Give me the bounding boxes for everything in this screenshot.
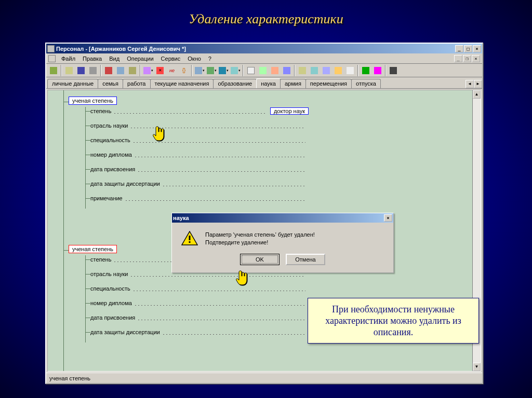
field-label: номер диплома [90, 152, 132, 158]
tool-doc1-icon[interactable] [245, 65, 257, 76]
tool-tree-icon[interactable] [230, 65, 241, 76]
tool-check-icon[interactable] [360, 65, 371, 76]
confirm-dialog: наука × Параметр 'ученая степень' будет … [171, 213, 394, 273]
toolbar: ✕ не {} [46, 64, 482, 77]
tab-assignments[interactable]: текущие назначения [150, 79, 214, 88]
field-label: специальность [90, 137, 130, 143]
menu-edit[interactable]: Правка [79, 54, 105, 63]
menubar: Файл Правка Вид Операции Сервис Окно ? _… [46, 53, 482, 64]
ok-button[interactable]: OK [240, 254, 280, 265]
menu-operations[interactable]: Операции [123, 54, 157, 63]
tabstrip: личные данные семья работа текущие назна… [46, 77, 482, 89]
client-area: ученая степень степень доктор наук отрас… [47, 90, 481, 372]
warning-icon [181, 231, 198, 245]
menu-service[interactable]: Сервис [157, 54, 184, 63]
tool-braces-icon[interactable]: {} [178, 65, 190, 76]
maximize-button[interactable]: □ [464, 45, 472, 52]
field-label: степень [90, 256, 111, 263]
tool-open-icon[interactable] [63, 65, 75, 76]
minimize-button[interactable]: _ [455, 45, 463, 52]
mdi-minimize-button[interactable]: _ [454, 55, 462, 62]
tab-family[interactable]: семья [98, 79, 123, 88]
slide-title: Удаление характеристики [0, 11, 532, 27]
close-button[interactable]: × [473, 45, 481, 52]
tool-doc4-icon[interactable] [281, 65, 292, 76]
tab-personal[interactable]: личные данные [47, 79, 98, 88]
field-label: отрасль науки [90, 271, 128, 277]
tool-folder-icon[interactable] [332, 65, 344, 76]
tool-view-icon[interactable] [194, 65, 205, 76]
mdi-restore-button[interactable]: ❐ [463, 55, 471, 62]
field-label: дата присвоения [90, 314, 135, 321]
tool-cut-icon[interactable] [103, 65, 114, 76]
menu-window[interactable]: Окно [184, 54, 205, 63]
tool-doc3-icon[interactable] [269, 65, 281, 76]
tool-back-icon[interactable] [48, 65, 59, 76]
mdi-close-button[interactable]: × [472, 55, 480, 62]
statusbar: ученая степень [46, 373, 482, 383]
tool-insert-icon[interactable] [142, 65, 154, 76]
tool-save-icon[interactable] [75, 65, 87, 76]
callout-note: При необходимости ненужные характеристик… [308, 298, 479, 344]
scroll-up-icon[interactable]: ▲ [473, 90, 481, 99]
tool-ne-icon[interactable]: не [166, 65, 178, 76]
status-text: ученая степень [49, 375, 90, 381]
field-label: специальность [90, 285, 130, 292]
scroll-down-icon[interactable]: ▼ [473, 363, 481, 371]
tool-grid2-icon[interactable] [309, 65, 320, 76]
field-label: примечание [90, 195, 123, 201]
dialog-text: Параметр 'ученая степень' будет удален! … [205, 231, 315, 246]
svg-rect-1 [189, 236, 191, 240]
canvas[interactable]: ученая степень степень доктор наук отрас… [48, 90, 472, 371]
menu-file[interactable]: Файл [58, 54, 79, 63]
field-label: степень [90, 108, 111, 114]
tool-grid3-icon[interactable] [321, 65, 332, 76]
tool-star-icon[interactable] [372, 65, 383, 76]
field-label: номер диплома [90, 300, 132, 306]
tool-grid1-icon[interactable] [297, 65, 308, 76]
field-label: дата защиты диссертации [90, 329, 160, 335]
field-label: отрасль науки [90, 122, 128, 129]
dialog-titlebar[interactable]: наука × [172, 213, 393, 223]
tab-vacations[interactable]: отпуска [351, 79, 381, 88]
tool-color-icon[interactable] [218, 65, 229, 76]
app-icon [47, 45, 55, 52]
svg-rect-2 [189, 241, 191, 243]
titlebar[interactable]: Персонал - [Аржанников Сергей Денисович … [46, 44, 482, 53]
tab-moves[interactable]: перемещения [305, 79, 352, 88]
tool-layout-icon[interactable] [206, 65, 217, 76]
field-label: дата присвоения [90, 166, 135, 172]
dialog-close-button[interactable]: × [384, 214, 392, 222]
menu-view[interactable]: Вид [105, 54, 123, 63]
tab-army[interactable]: армия [280, 79, 306, 88]
tool-delete-icon[interactable]: ✕ [154, 65, 166, 76]
tool-doc2-icon[interactable] [257, 65, 269, 76]
tool-card-icon[interactable] [344, 65, 356, 76]
tool-copy-icon[interactable] [115, 65, 126, 76]
document-icon [48, 55, 56, 62]
field-label: дата защиты диссертации [90, 181, 160, 187]
app-window: Персонал - [Аржанников Сергей Денисович … [45, 43, 483, 384]
tab-science[interactable]: наука [256, 78, 281, 88]
dialog-title: наука [173, 215, 189, 221]
tab-scroll-left-icon[interactable]: ◄ [466, 80, 474, 88]
tab-scroll-right-icon[interactable]: ► [474, 80, 482, 88]
menu-help[interactable]: ? [205, 54, 215, 63]
cancel-button[interactable]: Отмена [286, 254, 325, 265]
window-title: Персонал - [Аржанников Сергей Денисович … [56, 46, 186, 52]
tool-paste-icon[interactable] [127, 65, 138, 76]
field-value[interactable]: доктор наук [270, 107, 309, 115]
tab-work[interactable]: работа [123, 79, 150, 88]
tool-camera-icon[interactable] [388, 65, 399, 76]
tab-education[interactable]: образование [213, 79, 257, 88]
tool-print-icon[interactable] [87, 65, 99, 76]
